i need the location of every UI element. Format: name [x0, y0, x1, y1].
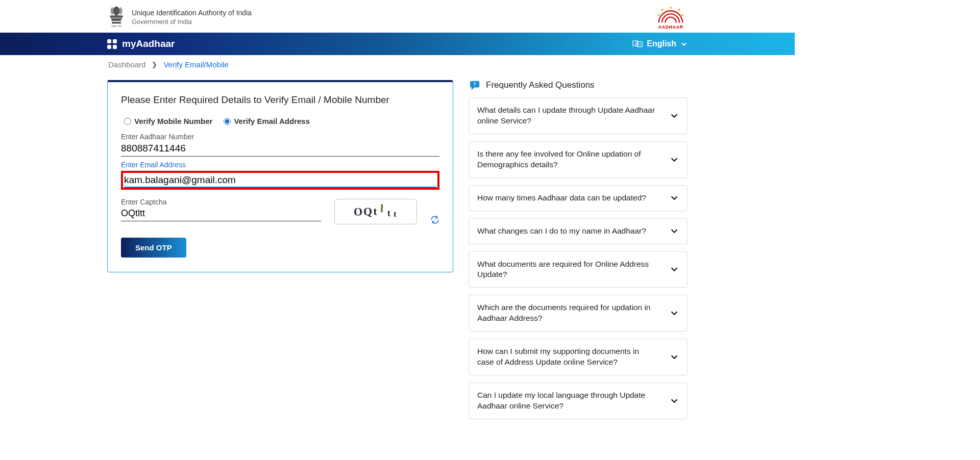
- faq-heading: ? Frequently Asked Questions: [469, 80, 688, 90]
- faq-item-text: How many times Aadhaar data can be updat…: [477, 193, 646, 203]
- header-top: सत्यमेव जयते Unique Identification Autho…: [0, 0, 795, 33]
- aadhaar-field: Enter Aadhaar Number: [121, 133, 439, 157]
- send-otp-button[interactable]: Send OTP: [121, 238, 186, 258]
- faq-item-text: How can I submit my supporting documents…: [477, 346, 656, 368]
- form-title: Please Enter Required Details to Verify …: [121, 94, 439, 106]
- chevron-down-icon: [670, 352, 679, 362]
- captcha-input[interactable]: [121, 207, 321, 221]
- radio-verify-email[interactable]: [224, 118, 231, 125]
- breadcrumb-current[interactable]: Verify Email/Mobile: [163, 60, 229, 69]
- language-label: English: [647, 39, 676, 48]
- svg-marker-9: [658, 14, 660, 16]
- svg-text:अ: अ: [639, 43, 642, 46]
- faq-item-text: Which are the documents required for upd…: [477, 302, 656, 324]
- email-label: Enter Email Address: [121, 161, 439, 169]
- svg-rect-1: [110, 15, 123, 17]
- faq-item[interactable]: How many times Aadhaar data can be updat…: [469, 185, 688, 211]
- captcha-row: Enter Captcha OQtltt: [121, 198, 439, 224]
- captcha-label: Enter Captcha: [121, 198, 321, 206]
- svg-text:A: A: [634, 42, 637, 45]
- faq-item[interactable]: What details can I update through Update…: [469, 97, 688, 134]
- email-input[interactable]: [124, 173, 436, 188]
- faq-item[interactable]: What changes can I do to my name in Aadh…: [469, 218, 688, 244]
- svg-marker-6: [670, 6, 672, 9]
- svg-rect-4: [112, 22, 121, 24]
- faq-item[interactable]: How can I submit my supporting documents…: [469, 339, 688, 375]
- aadhaar-logo: AADHAAR: [654, 4, 688, 30]
- chevron-down-icon: [680, 40, 688, 47]
- captcha-refresh-icon[interactable]: [430, 215, 439, 224]
- brand-label: myAadhaar: [122, 38, 175, 49]
- faq-item-text: What changes can I do to my name in Aadh…: [477, 226, 646, 237]
- svg-point-3: [118, 7, 122, 14]
- radio-verify-mobile-label[interactable]: Verify Mobile Number: [134, 117, 212, 125]
- navbar: myAadhaar Aअ English: [0, 33, 795, 55]
- chevron-down-icon: [670, 265, 679, 274]
- main-content: Please Enter Required Details to Verify …: [0, 74, 795, 447]
- chevron-down-icon: [670, 193, 679, 202]
- chevron-down-icon: [670, 111, 679, 120]
- faq-panel: ? Frequently Asked Questions What detail…: [469, 80, 688, 426]
- svg-point-2: [110, 7, 114, 14]
- translate-icon: Aअ: [632, 39, 643, 48]
- apps-grid-icon: [107, 39, 117, 49]
- captcha-image: OQtltt: [334, 199, 417, 224]
- faq-item-text: What details can I update through Update…: [477, 105, 656, 126]
- faq-item-text: What documents are required for Online A…: [477, 259, 656, 280]
- faq-item-text: Is there any fee involved for Online upd…: [477, 149, 656, 170]
- chevron-down-icon: [670, 226, 679, 236]
- aadhaar-input[interactable]: [121, 142, 439, 157]
- viewport-scroll[interactable]: सत्यमेव जयते Unique Identification Autho…: [0, 0, 980, 460]
- faq-item[interactable]: What documents are required for Online A…: [469, 251, 688, 288]
- faq-item[interactable]: Is there any fee involved for Online upd…: [469, 141, 688, 178]
- faq-chat-icon: ?: [470, 80, 481, 90]
- faq-heading-text: Frequently Asked Questions: [486, 80, 595, 90]
- chevron-down-icon: [670, 155, 679, 164]
- radio-verify-email-label[interactable]: Verify Email Address: [234, 117, 310, 125]
- faq-item[interactable]: Can I update my local language through U…: [469, 382, 688, 419]
- india-emblem-icon: सत्यमेव जयते: [107, 5, 126, 29]
- faq-item-text: Can I update my local language through U…: [477, 390, 656, 412]
- breadcrumb: Dashboard ❯ Verify Email/Mobile: [0, 55, 795, 74]
- nav-brand[interactable]: myAadhaar: [107, 38, 175, 49]
- svg-text:?: ?: [474, 82, 476, 87]
- svg-text:सत्यमेव जयते: सत्यमेव जयते: [111, 25, 121, 28]
- email-field-highlight: [121, 171, 439, 190]
- svg-marker-8: [677, 9, 680, 11]
- svg-point-0: [113, 7, 119, 16]
- svg-marker-10: [681, 14, 683, 16]
- svg-marker-7: [661, 9, 664, 11]
- radio-verify-mobile[interactable]: [124, 118, 131, 125]
- breadcrumb-dashboard[interactable]: Dashboard: [108, 60, 145, 69]
- aadhaar-label: Enter Aadhaar Number: [121, 133, 439, 141]
- chevron-down-icon: [670, 309, 679, 318]
- verify-type-radios: Verify Mobile Number Verify Email Addres…: [121, 117, 439, 125]
- org-subtext: Government of India: [132, 18, 252, 25]
- chevron-down-icon: [670, 396, 679, 405]
- verify-form-card: Please Enter Required Details to Verify …: [107, 80, 453, 272]
- faq-item[interactable]: Which are the documents required for upd…: [469, 295, 688, 331]
- language-selector[interactable]: Aअ English: [632, 39, 688, 48]
- gov-identity: सत्यमेव जयते Unique Identification Autho…: [107, 5, 252, 29]
- breadcrumb-separator-icon: ❯: [152, 61, 157, 68]
- org-name: Unique Identification Authority of India: [132, 9, 252, 17]
- aadhaar-logo-text: AADHAAR: [658, 24, 683, 30]
